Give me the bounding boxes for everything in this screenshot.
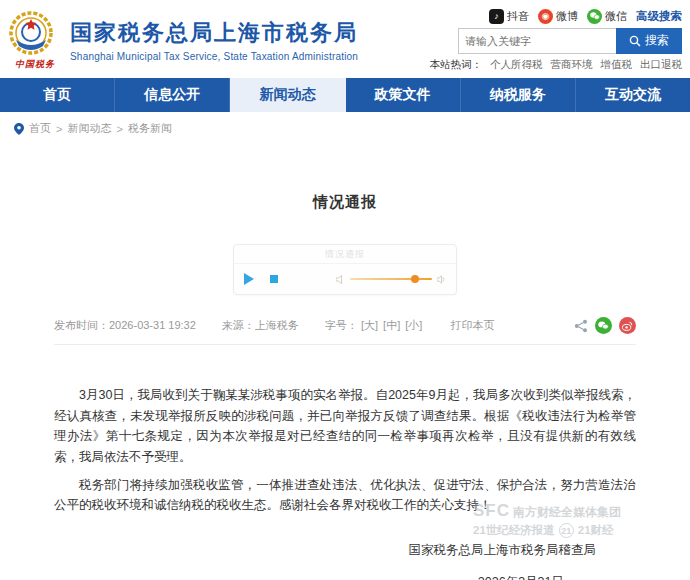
nav-item-interaction[interactable]: 互动交流: [576, 78, 690, 112]
site-logo: 中国税务: [6, 10, 64, 71]
source: 来源：上海税务: [222, 318, 299, 333]
advanced-search-link[interactable]: 高级搜索: [636, 9, 682, 24]
douyin-link[interactable]: ♪ 抖音: [489, 9, 529, 24]
font-size-switch: 字号： [大] [中] [小]: [325, 318, 425, 333]
page: 中国税务 国家税务总局上海市税务局 Shanghai Municipal Tax…: [0, 0, 690, 580]
search-button[interactable]: 搜索: [616, 28, 682, 54]
print-page-link[interactable]: 打印本页: [450, 318, 494, 333]
header-right: ♪ 抖音 ◉ 微博 微信 高级搜索 搜: [456, 9, 682, 72]
volume-control: [336, 275, 446, 284]
douyin-icon: ♪: [489, 9, 504, 24]
breadcrumb-separator: >: [116, 123, 122, 135]
nav-item-news[interactable]: 新闻动态: [230, 78, 345, 112]
breadcrumb-news[interactable]: 新闻动态: [67, 121, 111, 136]
wechat-link[interactable]: 微信: [587, 9, 627, 24]
breadcrumb-tax-news[interactable]: 税务新闻: [128, 121, 172, 136]
hotword-link[interactable]: 增值税: [601, 58, 633, 72]
stop-button[interactable]: [270, 275, 278, 283]
hotword-link[interactable]: 出口退税: [640, 58, 682, 72]
paragraph: 税务部门将持续加强税收监管，一体推进查处违法、优化执法、促进守法、保护合法，努力…: [54, 475, 636, 516]
signature-date: 2026年3月31日: [54, 574, 636, 580]
title-block: 国家税务总局上海市税务局 Shanghai Municipal Tax Serv…: [70, 18, 358, 62]
article-meta: 发布时间：2026-03-31 19:32 来源：上海税务 字号： [大] [中…: [54, 317, 636, 345]
speaker-high-icon: [437, 275, 446, 284]
article-body: 3月30日，我局收到关于鞠某某涉税事项的实名举报。自2025年9月起，我局多次收…: [54, 385, 636, 516]
share-icon[interactable]: [574, 319, 588, 333]
page-title: 情况通报: [54, 193, 636, 212]
article: 情况通报 情况通报 发布时间：2026-03-31 19:32 来源：上海税务 …: [54, 193, 636, 580]
weibo-icon: ◉: [538, 9, 553, 24]
site-subtitle: Shanghai Municipal Tax Service, State Ta…: [70, 51, 358, 62]
font-size-medium[interactable]: [中]: [383, 319, 400, 331]
audio-controls: [234, 264, 456, 294]
nav-item-home[interactable]: 首页: [0, 78, 115, 112]
share-weibo-icon[interactable]: [619, 317, 636, 334]
nav-item-policy[interactable]: 政策文件: [346, 78, 461, 112]
font-size-small[interactable]: [小]: [405, 319, 422, 331]
volume-slider-handle[interactable]: [411, 275, 419, 283]
site-title: 国家税务总局上海市税务局: [70, 18, 358, 48]
speaker-low-icon: [336, 275, 345, 284]
hotword-link[interactable]: 营商环境: [551, 58, 593, 72]
main-nav: 首页 信息公开 新闻动态 政策文件 纳税服务 互动交流: [0, 78, 690, 112]
douyin-label: 抖音: [507, 9, 529, 24]
publish-time: 发布时间：2026-03-31 19:32: [54, 318, 196, 333]
wechat-label: 微信: [605, 9, 627, 24]
tax-emblem-icon: [6, 10, 56, 60]
weibo-label: 微博: [556, 9, 578, 24]
audio-player: 情况通报: [233, 244, 457, 295]
search-icon: [629, 35, 641, 47]
logo-caption: 中国税务: [6, 58, 64, 71]
share-wechat-icon[interactable]: [595, 317, 612, 334]
breadcrumb-separator: >: [56, 123, 62, 135]
audio-title: 情况通报: [234, 245, 456, 264]
hotword-link[interactable]: 个人所得税: [490, 58, 543, 72]
signature: 国家税务总局上海市税务局稽查局: [54, 542, 636, 559]
meta-left: 发布时间：2026-03-31 19:32 来源：上海税务 字号： [大] [中…: [54, 318, 494, 333]
search-button-label: 搜索: [645, 32, 669, 49]
volume-slider[interactable]: [350, 278, 432, 280]
hotwords-row: 本站热词： 个人所得税 营商环境 增值税 出口退税: [430, 58, 683, 72]
nav-item-tax-service[interactable]: 纳税服务: [461, 78, 576, 112]
nav-item-info-disclosure[interactable]: 信息公开: [115, 78, 230, 112]
paragraph: 3月30日，我局收到关于鞠某某涉税事项的实名举报。自2025年9月起，我局多次收…: [54, 385, 636, 468]
hotwords-label: 本站热词：: [430, 58, 483, 72]
breadcrumb: 首页 > 新闻动态 > 税务新闻: [0, 112, 690, 145]
search-input[interactable]: [458, 28, 616, 54]
social-row: ♪ 抖音 ◉ 微博 微信 高级搜索: [489, 9, 682, 24]
share-icons: [574, 317, 636, 334]
font-size-large[interactable]: [大]: [361, 319, 378, 331]
weibo-link[interactable]: ◉ 微博: [538, 9, 578, 24]
play-button[interactable]: [244, 273, 254, 285]
site-header: 中国税务 国家税务总局上海市税务局 Shanghai Municipal Tax…: [0, 0, 690, 78]
breadcrumb-home[interactable]: 首页: [29, 121, 51, 136]
search-bar: 搜索: [458, 28, 682, 54]
wechat-icon: [587, 9, 602, 24]
location-pin-icon: [14, 123, 24, 135]
